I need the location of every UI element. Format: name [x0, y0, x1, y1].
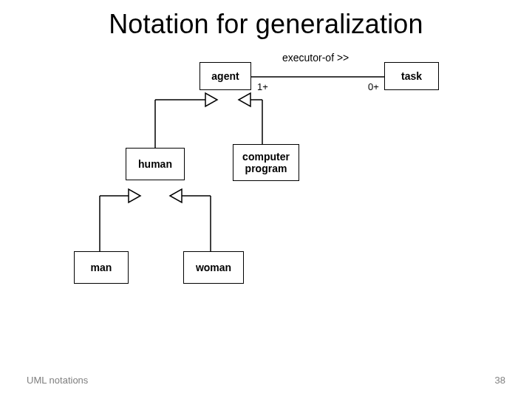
class-box-agent: agent [200, 62, 251, 90]
slide-title: Notation for generalization [0, 9, 532, 40]
class-box-human: human [126, 148, 185, 180]
footer-left-text: UML notations [27, 375, 88, 386]
svg-marker-12 [170, 189, 182, 202]
slide: Notation for generalization agent task [0, 0, 532, 399]
class-box-computer-program: computer program [233, 144, 299, 181]
association-label: executor-of >> [282, 52, 349, 64]
class-box-man: man [74, 251, 129, 284]
multiplicity-right: 0+ [368, 81, 379, 92]
svg-marker-3 [205, 93, 217, 106]
svg-marker-9 [129, 189, 140, 202]
uml-diagram: agent task executor-of >> 1+ 0+ human co… [59, 52, 473, 318]
class-box-task: task [384, 62, 439, 90]
multiplicity-left: 1+ [257, 81, 268, 92]
page-number: 38 [495, 375, 505, 386]
svg-marker-6 [239, 93, 250, 106]
class-box-woman: woman [183, 251, 244, 284]
